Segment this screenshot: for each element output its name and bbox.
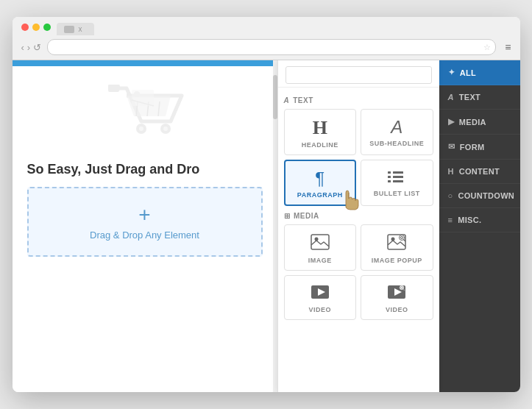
website-preview: So Easy, Just Drag and Dro + Drag & Drop… [13,60,277,392]
video-label: VIDEO [289,306,352,313]
back-btn[interactable]: ‹ [21,42,24,53]
media-icon: ▶ [448,117,454,127]
sidebar-item-media-label: MEDIA [459,118,486,127]
sidebar-item-misc-label: MISC. [458,216,481,224]
sidebar-item-misc[interactable]: ≡ MISC. [439,208,520,232]
text-elements-grid: H HEADLINE A SUB-HEADLINE ¶ PARAGRAPH [284,109,433,206]
star-icon: ☆ [483,43,491,52]
video-popup-icon [366,285,428,302]
text-icon: A [448,93,454,102]
media-section-title: MEDIA [294,212,319,220]
svg-rect-14 [388,176,391,178]
headline-icon: H [289,118,352,138]
all-icon: ✦ [448,68,455,77]
address-bar[interactable]: ☆ [47,39,496,55]
sidebar-item-content-label: CONTENT [459,167,500,176]
bullet-list-icon [366,169,428,186]
dot-red[interactable] [21,24,29,31]
video-popup-element[interactable]: VIDEO [361,275,433,320]
svg-rect-13 [393,171,403,174]
page-content: So Easy, Just Drag and Dro + Drag & Drop… [13,60,520,392]
dot-yellow[interactable] [32,24,40,31]
svg-rect-15 [393,176,403,178]
bullet-list-element[interactable]: BULLET LIST [361,160,433,206]
countdown-icon: ○ [448,191,453,200]
drop-zone-text: Drag & Drop Any Element [43,230,247,241]
svg-rect-17 [393,180,403,182]
text-section-title: TEXT [293,96,313,104]
sub-headline-label: SUB-HEADLINE [366,140,428,147]
image-popup-icon [366,234,428,253]
svg-rect-12 [388,171,391,174]
forward-btn[interactable]: › [27,42,30,53]
text-section-label: A TEXT [284,96,433,104]
sidebar-item-text-label: TEXT [459,93,480,102]
headline-element[interactable]: H HEADLINE [284,109,357,155]
cart-area [13,66,277,154]
form-icon: ✉ [448,142,455,152]
image-popup-element[interactable]: IMAGE POPUP [361,224,433,271]
panel-search-input[interactable] [285,66,432,84]
browser-bar: ‹ › ↺ ☆ ≡ [21,39,511,55]
tab-close-btn[interactable]: x [79,25,82,33]
sidebar-item-all[interactable]: ✦ ALL [439,60,520,85]
image-element[interactable]: IMAGE [284,224,357,271]
sidebar-item-all-label: ALL [460,68,476,77]
sidebar-item-text[interactable]: A TEXT [439,85,520,110]
drop-zone-plus: + [43,203,247,227]
sidebar-item-countdown[interactable]: ○ COUNTDOWN [439,184,520,208]
paragraph-label: PARAGRAPH [290,191,351,199]
text-section-icon: A [284,96,290,104]
panel-grid: A TEXT H HEADLINE A SUB-HEADLINE [278,88,439,392]
video-popup-label: VIDEO [366,306,428,313]
paragraph-icon: ¶ [290,170,351,188]
bullet-list-label: BULLET LIST [366,190,428,197]
browser-tab[interactable]: x [57,23,94,35]
sidebar-item-form-label: FORM [460,143,485,152]
sidebar-item-media[interactable]: ▶ MEDIA [439,110,520,135]
video-element[interactable]: VIDEO [284,275,357,320]
media-section-icon: ⊞ [284,212,291,220]
headline-label: HEADLINE [289,141,352,149]
hamburger-icon[interactable]: ≡ [505,41,511,53]
nav-buttons: ‹ › ↺ [21,42,42,53]
svg-rect-1 [108,85,120,90]
image-icon [289,234,352,253]
drop-zone[interactable]: + Drag & Drop Any Element [27,187,263,257]
svg-point-5 [163,127,168,131]
svg-point-4 [139,127,143,131]
image-label: IMAGE [289,257,352,264]
tab-icon [64,26,74,33]
sidebar-item-content[interactable]: H CONTENT [439,160,520,184]
svg-rect-16 [388,180,391,182]
svg-point-11 [134,91,140,97]
dot-green[interactable] [43,24,51,31]
browser-chrome: x ‹ › ↺ ☆ ≡ [13,17,520,60]
right-sidebar: ✦ ALL A TEXT ▶ MEDIA ✉ FORM H CONTENT ○ … [439,60,520,392]
preview-top-bar [13,60,277,66]
panel-search [278,60,439,88]
media-section-label: ⊞ MEDIA [284,212,433,220]
sidebar-item-form[interactable]: ✉ FORM [439,135,520,160]
refresh-btn[interactable]: ↺ [33,42,41,53]
sidebar-item-countdown-label: COUNTDOWN [458,191,514,200]
svg-point-22 [400,235,405,241]
sub-headline-icon: A [366,118,428,136]
browser-dots [21,24,51,31]
element-panel: A TEXT H HEADLINE A SUB-HEADLINE [277,60,439,392]
content-icon: H [448,167,454,176]
cart-icon [101,81,189,147]
video-icon [289,285,352,302]
sub-headline-element[interactable]: A SUB-HEADLINE [361,109,433,155]
media-elements-grid: IMAGE [284,224,433,320]
image-popup-label: IMAGE POPUP [366,257,428,264]
browser-window: x ‹ › ↺ ☆ ≡ [13,17,520,392]
paragraph-element[interactable]: ¶ PARAGRAPH [284,160,357,206]
page-heading: So Easy, Just Drag and Dro [13,154,277,181]
misc-icon: ≡ [448,216,453,224]
